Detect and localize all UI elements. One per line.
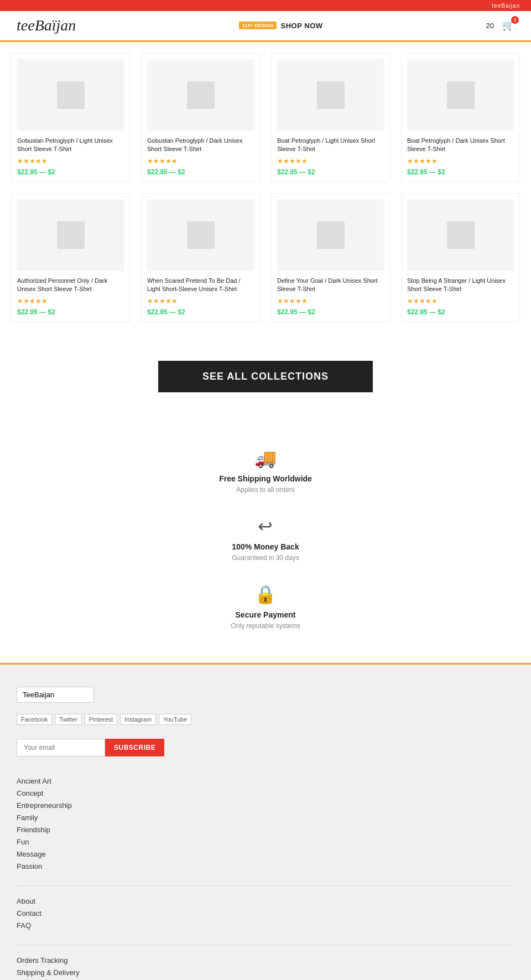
footer-nav-list: Ancient ArtConceptEntrepreneurshipFamily… bbox=[17, 776, 514, 872]
feature-item: 🔒 Secure Payment Only reputable systems bbox=[231, 584, 300, 630]
feature-icon: 🔒 bbox=[254, 584, 277, 605]
footer-nav-link[interactable]: FAQ bbox=[17, 920, 514, 931]
product-image bbox=[147, 59, 254, 131]
products-section: Gobustan Petroglyph / Light Unisex Short… bbox=[0, 42, 531, 339]
footer-nav-list: Orders TrackingShipping & DeliverySize G… bbox=[17, 955, 514, 980]
product-price: $22.95 — $2 bbox=[147, 308, 254, 316]
product-stars: ★★★★★ bbox=[407, 157, 514, 165]
product-title: Gobustan Petroglyph / Dark Unisex Short … bbox=[147, 137, 254, 154]
product-card[interactable]: Authorized Personnel Only / Dark Unisex … bbox=[11, 193, 130, 322]
product-price: $22.95 — $2 bbox=[277, 168, 384, 176]
product-title: Stop Being A Stranger / Light Unisex Sho… bbox=[407, 277, 514, 294]
product-image bbox=[17, 199, 124, 271]
header-right: 20 🛒 0 bbox=[486, 19, 514, 32]
products-grid-row2: Authorized Personnel Only / Dark Unisex … bbox=[11, 193, 520, 322]
product-card[interactable]: Gobustan Petroglyph / Light Unisex Short… bbox=[11, 53, 130, 182]
product-card[interactable]: Boat Petroglyph / Light Unisex Short Sle… bbox=[271, 53, 390, 182]
product-stars: ★★★★★ bbox=[147, 157, 254, 165]
feature-item: 🚚 Free Shipping Worldwide Applies to all… bbox=[219, 448, 312, 494]
header-center: 114+ DESIGN SHOP NOW bbox=[239, 22, 322, 30]
footer-nav-link[interactable]: Fun bbox=[17, 837, 514, 847]
footer-nav-link[interactable]: Concept bbox=[17, 788, 514, 798]
feature-subtitle: Only reputable systems bbox=[231, 622, 300, 630]
products-grid-row1: Gobustan Petroglyph / Light Unisex Short… bbox=[11, 53, 520, 182]
footer-nav-link[interactable]: Ancient Art bbox=[17, 776, 514, 786]
product-price: $22.95 — $2 bbox=[407, 168, 514, 176]
product-image bbox=[407, 59, 514, 131]
footer-nav2: AboutContactFAQ bbox=[17, 896, 514, 931]
product-stars: ★★★★★ bbox=[277, 157, 384, 165]
shop-now-link[interactable]: SHOP NOW bbox=[281, 22, 323, 30]
product-card[interactable]: Stop Being A Stranger / Light Unisex Sho… bbox=[401, 193, 520, 322]
product-title: When Scared Pretend To Be Dad / Light Sh… bbox=[147, 277, 254, 294]
product-price: $22.95 — $2 bbox=[147, 168, 254, 176]
product-thumbnail bbox=[317, 221, 345, 249]
social-link-pinterest[interactable]: Pinterest bbox=[85, 714, 117, 725]
feature-item: ↩ 100% Money Back Guaranteed in 30 days bbox=[232, 516, 299, 562]
footer-nav-link[interactable]: Family bbox=[17, 812, 514, 823]
footer-nav1: Ancient ArtConceptEntrepreneurshipFamily… bbox=[17, 776, 514, 872]
product-stars: ★★★★★ bbox=[277, 297, 384, 305]
footer-nav-link[interactable]: Entrepreneurship bbox=[17, 800, 514, 811]
top-bar-text: teeBaijan bbox=[492, 3, 520, 9]
footer-nav-list: AboutContactFAQ bbox=[17, 896, 514, 931]
product-stars: ★★★★★ bbox=[407, 297, 514, 305]
features-section: 🚚 Free Shipping Worldwide Applies to all… bbox=[0, 426, 531, 663]
footer-logo-input[interactable] bbox=[17, 687, 94, 703]
footer-divider-2 bbox=[17, 945, 514, 945]
footer-nav-link[interactable]: About bbox=[17, 896, 514, 906]
product-title: Gobustan Petroglyph / Light Unisex Short… bbox=[17, 137, 124, 154]
footer-nav-link[interactable]: Friendship bbox=[17, 825, 514, 835]
footer-nav-link[interactable]: Message bbox=[17, 849, 514, 859]
header: teeBaïjan 114+ DESIGN SHOP NOW 20 🛒 0 bbox=[0, 11, 531, 40]
feature-title: 100% Money Back bbox=[232, 542, 299, 551]
top-bar: teeBaijan bbox=[0, 0, 531, 11]
product-image bbox=[17, 59, 124, 131]
product-thumbnail bbox=[317, 81, 345, 109]
product-image bbox=[407, 199, 514, 271]
cart-badge: 0 bbox=[511, 16, 519, 24]
feature-subtitle: Applies to all orders bbox=[236, 486, 294, 494]
cart-button[interactable]: 🛒 0 bbox=[502, 19, 514, 32]
product-thumbnail bbox=[447, 81, 475, 109]
subscribe-button[interactable]: SUBSCRIBE bbox=[105, 739, 164, 756]
social-link-instagram[interactable]: Instagram bbox=[120, 714, 156, 725]
product-price: $22.95 — $2 bbox=[407, 308, 514, 316]
social-link-facebook[interactable]: Facebook bbox=[17, 714, 52, 725]
feature-title: Secure Payment bbox=[236, 610, 296, 619]
see-all-section: SEE ALL COLLECTIONS bbox=[0, 339, 531, 426]
footer-nav-link[interactable]: Orders Tracking bbox=[17, 955, 514, 966]
product-thumbnail bbox=[187, 81, 215, 109]
footer-nav3: Orders TrackingShipping & DeliverySize G… bbox=[17, 955, 514, 980]
logo[interactable]: teeBaïjan bbox=[17, 17, 76, 34]
design-badge: 114+ DESIGN bbox=[239, 22, 276, 29]
product-card[interactable]: Define Your Goal / Dark Unisex Short Sle… bbox=[271, 193, 390, 322]
social-link-twitter[interactable]: Twitter bbox=[55, 714, 81, 725]
footer-nav-link[interactable]: Passion bbox=[17, 861, 514, 872]
product-title: Authorized Personnel Only / Dark Unisex … bbox=[17, 277, 124, 294]
feature-icon: ↩ bbox=[258, 516, 273, 537]
feature-title: Free Shipping Worldwide bbox=[219, 474, 312, 483]
product-price: $22.95 — $2 bbox=[17, 308, 124, 316]
social-link-youtube[interactable]: YouTube bbox=[159, 714, 191, 725]
product-thumbnail bbox=[57, 81, 85, 109]
product-stars: ★★★★★ bbox=[17, 297, 124, 305]
product-price: $22.95 — $2 bbox=[17, 168, 124, 176]
footer-divider-1 bbox=[17, 885, 514, 886]
email-input[interactable] bbox=[17, 739, 105, 756]
product-title: Define Your Goal / Dark Unisex Short Sle… bbox=[277, 277, 384, 294]
product-card[interactable]: Boat Petroglyph / Dark Unisex Short Slee… bbox=[401, 53, 520, 182]
product-stars: ★★★★★ bbox=[147, 297, 254, 305]
social-links: FacebookTwitterPinterestInstagramYouTube bbox=[17, 714, 514, 725]
email-subscribe-row: SUBSCRIBE bbox=[17, 739, 514, 756]
product-title: Boat Petroglyph / Light Unisex Short Sle… bbox=[277, 137, 384, 154]
product-card[interactable]: Gobustan Petroglyph / Dark Unisex Short … bbox=[141, 53, 260, 182]
see-all-button[interactable]: SEE ALL COLLECTIONS bbox=[158, 361, 373, 392]
footer-nav-link[interactable]: Shipping & Delivery bbox=[17, 967, 514, 978]
product-card[interactable]: When Scared Pretend To Be Dad / Light Sh… bbox=[141, 193, 260, 322]
product-image bbox=[277, 59, 384, 131]
product-image bbox=[277, 199, 384, 271]
product-image bbox=[147, 199, 254, 271]
footer-nav-link[interactable]: Contact bbox=[17, 908, 514, 919]
product-stars: ★★★★★ bbox=[17, 157, 124, 165]
